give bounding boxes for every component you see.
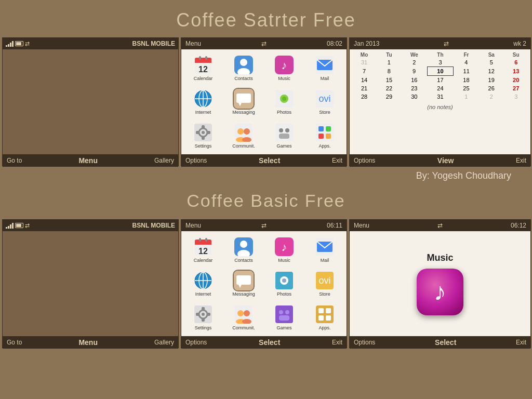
cal-day[interactable]: 8: [377, 67, 401, 76]
music-icon: ♪: [274, 237, 294, 257]
cal-day[interactable]: 11: [454, 67, 479, 76]
cal-day[interactable]: 4: [454, 58, 479, 67]
softkey-options-music[interactable]: Options: [354, 339, 375, 346]
softkey-bar-bottom-home: Go to Menu Gallery: [3, 336, 178, 349]
app-icon-communit[interactable]: Communit.: [224, 301, 263, 334]
softkey-right-bottom-home[interactable]: Gallery: [154, 339, 174, 346]
cal-day[interactable]: 17: [427, 76, 454, 85]
app-icon-contacts[interactable]: Contacts: [224, 233, 263, 266]
app-icon-apps[interactable]: Apps.: [305, 301, 344, 334]
softkey-center-top-home[interactable]: Menu: [78, 156, 98, 165]
cal-day[interactable]: 26: [479, 84, 503, 92]
app-icon-apps[interactable]: Apps.: [305, 119, 344, 152]
cal-day[interactable]: 5: [479, 58, 503, 67]
app-icon-mail[interactable]: Mail: [305, 233, 344, 266]
cal-day[interactable]: 30: [402, 92, 427, 101]
cal-day[interactable]: 15: [377, 76, 401, 85]
cal-day[interactable]: 3: [503, 92, 528, 101]
app-icon-music[interactable]: ♪ Music: [264, 51, 304, 84]
cal-day[interactable]: 24: [427, 84, 454, 92]
cal-day[interactable]: 1: [377, 58, 401, 67]
softkey-bar-top-home: Go to Menu Gallery: [3, 154, 178, 167]
app-icon-store[interactable]: ovi Store: [305, 85, 344, 118]
app-icon-settings[interactable]: Settings: [183, 119, 223, 152]
softkey-select-music[interactable]: Select: [435, 338, 456, 347]
cal-title-top: Jan 2013: [354, 40, 379, 47]
svg-rect-90: [318, 315, 324, 321]
cal-day[interactable]: 29: [377, 92, 401, 101]
cal-day[interactable]: 18: [454, 76, 479, 85]
softkey-exit-bottom-menu[interactable]: Exit: [332, 339, 342, 346]
app-icon-communit[interactable]: Communit.: [224, 119, 263, 152]
signal-bars-icon-b: [6, 222, 14, 229]
cal-day[interactable]: 2: [479, 92, 503, 101]
softkey-options-top-cal[interactable]: Options: [354, 157, 375, 164]
photos-icon: [274, 271, 294, 290]
softkey-exit-music[interactable]: Exit: [516, 339, 526, 346]
softkey-left-bottom-home[interactable]: Go to: [7, 339, 22, 346]
softkey-right-top-home[interactable]: Gallery: [154, 157, 174, 164]
calendar-screen-top: Jan 2013 ⇄ wk 2 MoTuWeThFrSaSu3112345678…: [349, 37, 531, 166]
app-icon-calendar[interactable]: 12 Calendar: [183, 51, 223, 84]
internet-icon: [193, 89, 213, 109]
svg-rect-4: [199, 56, 201, 60]
cal-day[interactable]: 14: [352, 76, 377, 85]
app-icon-settings[interactable]: Settings: [183, 301, 223, 334]
app-icon-photos[interactable]: Photos: [264, 85, 304, 118]
cal-day[interactable]: 31: [427, 92, 454, 101]
softkey-select-top-menu[interactable]: Select: [259, 156, 280, 165]
app-icon-store[interactable]: ovi Store: [305, 267, 344, 300]
sync-icon-b: ⇄: [25, 222, 30, 229]
app-icon-games[interactable]: Games: [264, 119, 304, 152]
softkey-view-top-cal[interactable]: View: [437, 156, 454, 165]
cal-day[interactable]: 16: [402, 76, 427, 85]
menu-body-bottom: 12 Calendar Contacts ♪ Music Mail: [181, 231, 347, 336]
mail-icon: [315, 55, 335, 75]
app-icon-internet[interactable]: Internet: [183, 85, 223, 118]
store-icon: ovi: [315, 89, 335, 109]
music-note-icon: ♪: [434, 277, 446, 306]
app-icon-contacts[interactable]: Contacts: [224, 51, 263, 84]
cal-day[interactable]: 25: [454, 84, 479, 92]
svg-rect-48: [195, 243, 211, 245]
softkey-options-bottom-menu[interactable]: Options: [185, 339, 207, 346]
photos-icon: [274, 89, 294, 109]
softkey-exit-top-menu[interactable]: Exit: [332, 157, 342, 164]
app-label-messaging: Messaging: [232, 291, 255, 297]
app-icon-calendar[interactable]: 12 Calendar: [183, 233, 223, 266]
cal-day[interactable]: 19: [479, 76, 503, 85]
cal-day[interactable]: 31: [352, 58, 377, 67]
cal-day[interactable]: 22: [377, 84, 401, 92]
cal-day[interactable]: 1: [454, 92, 479, 101]
softkey-exit-top-cal[interactable]: Exit: [516, 157, 526, 164]
app-icon-messaging[interactable]: Messaging: [224, 85, 263, 118]
carrier-name-bottom-home: BSNL MOBILE: [132, 222, 175, 229]
softkey-left-top-home[interactable]: Go to: [7, 157, 22, 164]
app-label-communit: Communit.: [232, 325, 255, 330]
app-icon-music[interactable]: ♪ Music: [264, 233, 304, 266]
app-icon-photos[interactable]: Photos: [264, 267, 304, 300]
softkey-options-top-menu[interactable]: Options: [185, 157, 207, 164]
cal-day[interactable]: 27: [503, 84, 528, 92]
app-icon-games[interactable]: Games: [264, 301, 304, 334]
app-icon-messaging[interactable]: Messaging: [224, 267, 263, 300]
svg-rect-91: [326, 315, 331, 321]
cal-day[interactable]: 28: [352, 92, 377, 101]
svg-rect-5: [205, 56, 207, 60]
cal-day[interactable]: 2: [402, 58, 427, 67]
cal-day[interactable]: 20: [503, 76, 528, 85]
app-icon-internet[interactable]: Internet: [183, 267, 223, 300]
cal-day[interactable]: 23: [402, 84, 427, 92]
cal-day[interactable]: 21: [352, 84, 377, 92]
softkey-select-bottom-menu[interactable]: Select: [259, 338, 280, 347]
app-icon-mail[interactable]: Mail: [305, 51, 344, 84]
cal-day[interactable]: 6: [503, 58, 528, 67]
cal-day[interactable]: 12: [479, 67, 503, 76]
cal-day[interactable]: 13: [503, 67, 528, 76]
cal-day[interactable]: 3: [427, 58, 454, 67]
cal-day[interactable]: 9: [402, 67, 427, 76]
softkey-center-bottom-home[interactable]: Menu: [78, 338, 98, 347]
music-icon-large[interactable]: ♪: [417, 269, 463, 315]
cal-day[interactable]: 10: [427, 67, 454, 76]
cal-day[interactable]: 7: [352, 67, 377, 76]
